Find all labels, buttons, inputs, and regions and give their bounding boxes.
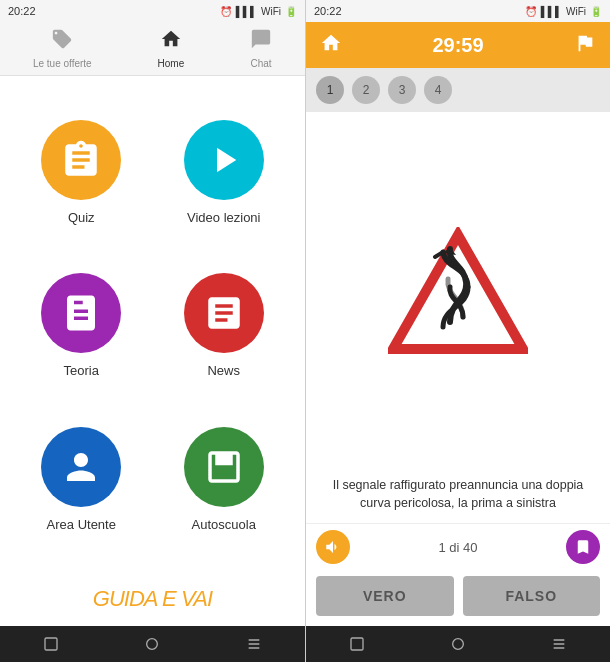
quiz-timer: 29:59 (432, 34, 483, 57)
wifi-icon-right: WiFi (566, 6, 586, 17)
quiz-circle (41, 120, 121, 200)
status-time-left: 20:22 (8, 5, 36, 17)
menu-item-quiz[interactable]: Quiz (10, 96, 153, 249)
quiz-label: Quiz (68, 210, 95, 225)
android-recent-left[interactable] (245, 635, 263, 653)
signal-icon-right: ▌▌▌ (541, 6, 562, 17)
brand-sub: e vai (162, 586, 212, 611)
teoria-circle (41, 273, 121, 353)
nav-item-home[interactable]: Home (146, 24, 197, 73)
q-num-1[interactable]: 1 (316, 76, 344, 104)
android-home-left[interactable] (143, 635, 161, 653)
answer-buttons: VERO FALSO (306, 570, 610, 626)
battery-icon: 🔋 (285, 6, 297, 17)
menu-item-teoria[interactable]: Teoria (10, 249, 153, 402)
brand-main: GUIDA (93, 586, 158, 611)
brand-footer: GUIDA e vai (0, 576, 305, 626)
progress-text: 1 di 40 (438, 540, 477, 555)
bookmark-button[interactable] (566, 530, 600, 564)
menu-grid: Quiz Video lezioni Teoria News (0, 76, 305, 576)
menu-item-area-utente[interactable]: Area Utente (10, 403, 153, 556)
q-num-4[interactable]: 4 (424, 76, 452, 104)
home-quiz-icon[interactable] (320, 32, 342, 59)
quiz-header: 29:59 (306, 22, 610, 68)
flag-icon[interactable] (574, 32, 596, 59)
android-nav-right (306, 626, 610, 662)
sound-button[interactable] (316, 530, 350, 564)
alarm-icon: ⏰ (220, 6, 232, 17)
traffic-sign (388, 227, 528, 357)
svg-rect-0 (45, 638, 57, 650)
sign-area (306, 112, 610, 472)
quiz-bottom-bar: 1 di 40 (306, 523, 610, 570)
q-num-2[interactable]: 2 (352, 76, 380, 104)
android-back-right[interactable] (348, 635, 366, 653)
video-label: Video lezioni (187, 210, 260, 225)
signal-icon: ▌▌▌ (236, 6, 257, 17)
android-back-left[interactable] (42, 635, 60, 653)
nav-label-chat: Chat (250, 58, 271, 69)
android-recent-right[interactable] (550, 635, 568, 653)
svg-rect-4 (351, 638, 363, 650)
video-circle (184, 120, 264, 200)
falso-button[interactable]: FALSO (463, 576, 601, 616)
news-label: News (207, 363, 240, 378)
android-home-right[interactable] (449, 635, 467, 653)
menu-item-news[interactable]: News (153, 249, 296, 402)
autoscuola-circle (184, 427, 264, 507)
nav-bar: Le tue offerte Home Chat (0, 22, 305, 76)
autoscuola-label: Autoscuola (192, 517, 256, 532)
vero-button[interactable]: VERO (316, 576, 454, 616)
teoria-label: Teoria (64, 363, 99, 378)
alarm-icon-right: ⏰ (525, 6, 537, 17)
menu-item-video[interactable]: Video lezioni (153, 96, 296, 249)
question-numbers-bar: 1 2 3 4 (306, 68, 610, 112)
q-num-3[interactable]: 3 (388, 76, 416, 104)
area-utente-circle (41, 427, 121, 507)
chat-icon (250, 28, 272, 55)
status-time-right: 20:22 (314, 5, 342, 17)
right-panel: 20:22 ⏰ ▌▌▌ WiFi 🔋 29:59 1 2 3 4 (305, 0, 610, 662)
tag-icon (51, 28, 73, 55)
status-bar-right: 20:22 ⏰ ▌▌▌ WiFi 🔋 (306, 0, 610, 22)
nav-label-offerte: Le tue offerte (33, 58, 92, 69)
area-utente-label: Area Utente (47, 517, 116, 532)
menu-item-autoscuola[interactable]: Autoscuola (153, 403, 296, 556)
nav-item-offerte[interactable]: Le tue offerte (21, 24, 104, 73)
nav-item-chat[interactable]: Chat (238, 24, 284, 73)
svg-point-5 (453, 639, 464, 650)
svg-point-1 (147, 639, 158, 650)
status-bar-left: 20:22 ⏰ ▌▌▌ WiFi 🔋 (0, 0, 305, 22)
status-icons-right: ⏰ ▌▌▌ WiFi 🔋 (525, 6, 602, 17)
brand-text: GUIDA e vai (93, 586, 212, 612)
left-panel: 20:22 ⏰ ▌▌▌ WiFi 🔋 Le tue offerte Home C… (0, 0, 305, 662)
battery-icon-right: 🔋 (590, 6, 602, 17)
news-circle (184, 273, 264, 353)
home-icon (160, 28, 182, 55)
svg-marker-2 (393, 235, 523, 349)
question-text: Il segnale raffigurato preannuncia una d… (306, 472, 610, 524)
android-nav-left (0, 626, 305, 662)
wifi-icon: WiFi (261, 6, 281, 17)
nav-label-home: Home (158, 58, 185, 69)
status-icons-left: ⏰ ▌▌▌ WiFi 🔋 (220, 6, 297, 17)
